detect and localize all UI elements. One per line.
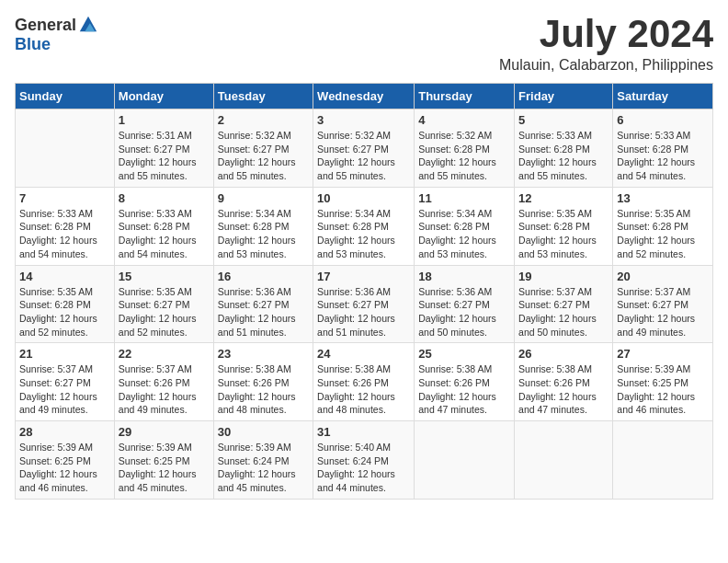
calendar-cell: 16Sunrise: 5:36 AM Sunset: 6:27 PM Dayli… [213, 265, 313, 343]
day-info: Sunrise: 5:33 AM Sunset: 6:28 PM Dayligh… [617, 129, 709, 183]
calendar-cell: 27Sunrise: 5:39 AM Sunset: 6:25 PM Dayli… [613, 343, 713, 421]
day-info: Sunrise: 5:32 AM Sunset: 6:28 PM Dayligh… [418, 129, 510, 183]
calendar-cell: 8Sunrise: 5:33 AM Sunset: 6:28 PM Daylig… [114, 187, 213, 265]
day-info: Sunrise: 5:37 AM Sunset: 6:26 PM Dayligh… [119, 362, 210, 417]
day-info: Sunrise: 5:35 AM Sunset: 6:28 PM Dayligh… [19, 285, 110, 339]
calendar-cell: 15Sunrise: 5:35 AM Sunset: 6:27 PM Dayli… [114, 265, 213, 343]
day-number: 7 [19, 191, 110, 205]
week-row-4: 21Sunrise: 5:37 AM Sunset: 6:27 PM Dayli… [16, 343, 713, 421]
calendar-cell: 20Sunrise: 5:37 AM Sunset: 6:27 PM Dayli… [613, 265, 713, 343]
month-year-title: July 2024 [499, 15, 713, 53]
day-info: Sunrise: 5:39 AM Sunset: 6:25 PM Dayligh… [617, 362, 709, 417]
day-number: 4 [418, 113, 510, 127]
calendar-cell: 12Sunrise: 5:35 AM Sunset: 6:28 PM Dayli… [515, 187, 613, 265]
day-info: Sunrise: 5:32 AM Sunset: 6:27 PM Dayligh… [317, 129, 410, 183]
day-number: 9 [218, 191, 309, 205]
day-info: Sunrise: 5:33 AM Sunset: 6:28 PM Dayligh… [119, 207, 210, 261]
day-number: 25 [418, 347, 510, 361]
logo-blue-text: Blue [15, 35, 51, 53]
day-number: 2 [218, 113, 309, 127]
header-day-wednesday: Wednesday [313, 84, 415, 109]
day-number: 13 [617, 191, 709, 205]
header-day-sunday: Sunday [16, 84, 115, 109]
calendar-cell: 17Sunrise: 5:36 AM Sunset: 6:27 PM Dayli… [313, 265, 415, 343]
day-info: Sunrise: 5:34 AM Sunset: 6:28 PM Dayligh… [317, 207, 410, 261]
calendar-cell: 3Sunrise: 5:32 AM Sunset: 6:27 PM Daylig… [313, 109, 415, 188]
header-day-monday: Monday [114, 84, 213, 109]
day-number: 22 [119, 347, 210, 361]
day-info: Sunrise: 5:34 AM Sunset: 6:28 PM Dayligh… [418, 207, 510, 261]
calendar-cell: 7Sunrise: 5:33 AM Sunset: 6:28 PM Daylig… [16, 187, 115, 265]
day-info: Sunrise: 5:37 AM Sunset: 6:27 PM Dayligh… [19, 362, 110, 417]
day-info: Sunrise: 5:36 AM Sunset: 6:27 PM Dayligh… [317, 285, 410, 339]
calendar-cell: 21Sunrise: 5:37 AM Sunset: 6:27 PM Dayli… [16, 343, 115, 421]
calendar-body: 1Sunrise: 5:31 AM Sunset: 6:27 PM Daylig… [16, 109, 713, 500]
calendar-cell: 13Sunrise: 5:35 AM Sunset: 6:28 PM Dayli… [613, 187, 713, 265]
header-day-thursday: Thursday [415, 84, 515, 109]
day-number: 10 [317, 191, 410, 205]
day-info: Sunrise: 5:34 AM Sunset: 6:28 PM Dayligh… [218, 207, 309, 261]
day-number: 1 [119, 113, 210, 127]
header-day-friday: Friday [515, 84, 613, 109]
calendar-cell [613, 421, 713, 500]
day-number: 28 [19, 425, 110, 439]
day-number: 27 [617, 347, 709, 361]
calendar-cell: 22Sunrise: 5:37 AM Sunset: 6:26 PM Dayli… [114, 343, 213, 421]
day-number: 11 [418, 191, 510, 205]
calendar-cell: 28Sunrise: 5:39 AM Sunset: 6:25 PM Dayli… [16, 421, 115, 500]
day-number: 18 [418, 270, 510, 283]
week-row-2: 7Sunrise: 5:33 AM Sunset: 6:28 PM Daylig… [16, 187, 713, 265]
header-row: SundayMondayTuesdayWednesdayThursdayFrid… [16, 84, 713, 109]
day-info: Sunrise: 5:36 AM Sunset: 6:27 PM Dayligh… [418, 285, 510, 339]
calendar-cell: 10Sunrise: 5:34 AM Sunset: 6:28 PM Dayli… [313, 187, 415, 265]
calendar-table: SundayMondayTuesdayWednesdayThursdayFrid… [15, 83, 713, 500]
day-number: 29 [119, 425, 210, 439]
day-number: 3 [317, 113, 410, 127]
calendar-cell: 2Sunrise: 5:32 AM Sunset: 6:27 PM Daylig… [213, 109, 313, 188]
day-number: 19 [518, 270, 609, 283]
calendar-cell: 25Sunrise: 5:38 AM Sunset: 6:26 PM Dayli… [415, 343, 515, 421]
day-number: 23 [218, 347, 309, 361]
calendar-header: SundayMondayTuesdayWednesdayThursdayFrid… [16, 84, 713, 109]
calendar-cell: 31Sunrise: 5:40 AM Sunset: 6:24 PM Dayli… [313, 421, 415, 500]
day-number: 31 [317, 425, 410, 439]
day-number: 14 [19, 270, 110, 283]
calendar-cell: 30Sunrise: 5:39 AM Sunset: 6:24 PM Dayli… [213, 421, 313, 500]
logo-icon [78, 15, 98, 35]
day-number: 24 [317, 347, 410, 361]
day-number: 26 [518, 347, 609, 361]
logo: General Blue [15, 15, 98, 54]
day-number: 5 [518, 113, 609, 127]
week-row-5: 28Sunrise: 5:39 AM Sunset: 6:25 PM Dayli… [16, 421, 713, 500]
day-info: Sunrise: 5:35 AM Sunset: 6:27 PM Dayligh… [119, 285, 210, 339]
day-info: Sunrise: 5:32 AM Sunset: 6:27 PM Dayligh… [218, 129, 309, 183]
calendar-cell: 9Sunrise: 5:34 AM Sunset: 6:28 PM Daylig… [213, 187, 313, 265]
day-info: Sunrise: 5:40 AM Sunset: 6:24 PM Dayligh… [317, 441, 410, 495]
day-info: Sunrise: 5:39 AM Sunset: 6:24 PM Dayligh… [218, 441, 309, 495]
day-info: Sunrise: 5:36 AM Sunset: 6:27 PM Dayligh… [218, 285, 309, 339]
day-info: Sunrise: 5:35 AM Sunset: 6:28 PM Dayligh… [518, 207, 609, 261]
calendar-cell: 1Sunrise: 5:31 AM Sunset: 6:27 PM Daylig… [114, 109, 213, 188]
logo-general-text: General [15, 16, 76, 35]
day-info: Sunrise: 5:33 AM Sunset: 6:28 PM Dayligh… [518, 129, 609, 183]
day-info: Sunrise: 5:37 AM Sunset: 6:27 PM Dayligh… [617, 285, 709, 339]
day-number: 30 [218, 425, 309, 439]
header-day-saturday: Saturday [613, 84, 713, 109]
day-number: 20 [617, 270, 709, 283]
header-day-tuesday: Tuesday [213, 84, 313, 109]
calendar-cell: 23Sunrise: 5:38 AM Sunset: 6:26 PM Dayli… [213, 343, 313, 421]
location-subtitle: Mulauin, Calabarzon, Philippines [499, 57, 713, 74]
day-info: Sunrise: 5:38 AM Sunset: 6:26 PM Dayligh… [418, 362, 510, 417]
day-number: 21 [19, 347, 110, 361]
calendar-cell [415, 421, 515, 500]
day-number: 12 [518, 191, 609, 205]
calendar-cell [16, 109, 115, 188]
calendar-cell: 11Sunrise: 5:34 AM Sunset: 6:28 PM Dayli… [415, 187, 515, 265]
title-area: July 2024 Mulauin, Calabarzon, Philippin… [499, 15, 713, 74]
week-row-3: 14Sunrise: 5:35 AM Sunset: 6:28 PM Dayli… [16, 265, 713, 343]
day-info: Sunrise: 5:37 AM Sunset: 6:27 PM Dayligh… [518, 285, 609, 339]
day-number: 15 [119, 270, 210, 283]
calendar-cell: 5Sunrise: 5:33 AM Sunset: 6:28 PM Daylig… [515, 109, 613, 188]
day-info: Sunrise: 5:38 AM Sunset: 6:26 PM Dayligh… [518, 362, 609, 417]
day-info: Sunrise: 5:39 AM Sunset: 6:25 PM Dayligh… [19, 441, 110, 495]
